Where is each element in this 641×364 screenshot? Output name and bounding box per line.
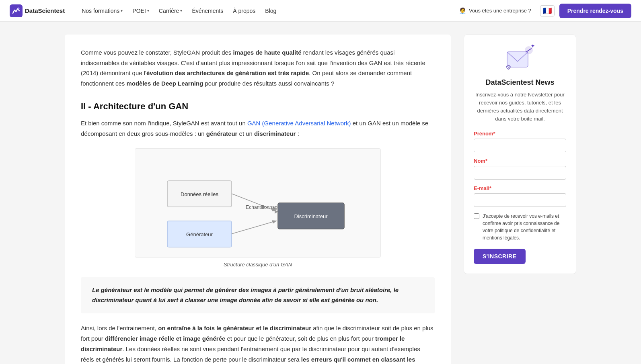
gan-diagram-svg: Données réelles Générateur Echantillonna… — [151, 157, 364, 249]
consent-checkbox[interactable] — [474, 213, 479, 219]
gan-link[interactable]: GAN (Generative Adversarial Network) — [247, 120, 351, 127]
section-intro: Et bien comme son nom l'indique, StyleGA… — [81, 118, 435, 139]
email-required: * — [489, 185, 491, 191]
email-input[interactable] — [474, 193, 566, 207]
quote-text: Le générateur est le modèle qui permet d… — [92, 285, 423, 305]
donnees-label: Données réelles — [181, 191, 218, 197]
main-nav: Nos formations ▾ POEI ▾ Carrière ▾ Événe… — [78, 5, 455, 16]
prendre-rendez-vous-button[interactable]: Prendre rendez-vous — [559, 4, 631, 18]
newsletter-icon-wrap: ✦ ⚙ — [474, 45, 566, 73]
language-flag-button[interactable]: 🇫🇷 — [540, 5, 555, 16]
nav-carriere[interactable]: Carrière ▾ — [155, 5, 187, 16]
nom-input[interactable] — [474, 166, 566, 180]
body-paragraph: Ainsi, lors de l'entrainement, on entraî… — [81, 323, 435, 364]
prenom-input[interactable] — [474, 139, 566, 152]
svg-line-5 — [232, 221, 276, 234]
page-layout: Comme vous pouvez le constater, StyleGAN… — [55, 22, 586, 364]
newsletter-description: Inscrivez-vous à notre Newsletter pour r… — [474, 91, 566, 123]
nom-required: * — [485, 158, 487, 164]
discriminateur-label: Discriminateur — [294, 213, 328, 219]
newsletter-title: DataScientest News — [474, 78, 566, 87]
logo[interactable]: DataScientest — [10, 4, 65, 17]
subscribe-button[interactable]: S'INSCRIRE — [474, 249, 526, 264]
diagram-caption: Structure classique d'un GAN — [224, 262, 292, 268]
echantillonnage-label: Echantillonnage — [246, 204, 280, 210]
sidebar: ✦ ⚙ DataScientest News Inscrivez-vous à … — [464, 35, 576, 274]
svg-point-1 — [18, 7, 20, 9]
svg-text:✦: ✦ — [530, 45, 535, 49]
nom-label: Nom* — [474, 158, 566, 164]
enterprise-button[interactable]: 🧑‍💼 Vous êtes une entreprise ? — [455, 5, 535, 17]
newsletter-card: ✦ ⚙ DataScientest News Inscrivez-vous à … — [464, 35, 576, 274]
section-heading: II - Architecture d'un GAN — [81, 101, 435, 112]
flag-icon: 🇫🇷 — [543, 6, 552, 15]
diagram-svg-wrap: Données réelles Générateur Echantillonna… — [135, 148, 381, 258]
intro-paragraph: Comme vous pouvez le constater, StyleGAN… — [81, 47, 435, 88]
consent-row: J'accepte de recevoir vos e-mails et con… — [474, 213, 566, 241]
newsletter-icon: ✦ ⚙ — [504, 45, 536, 73]
prenom-field: Prénom* — [474, 131, 566, 152]
chevron-down-icon: ▾ — [180, 8, 182, 13]
email-field: E-mail* — [474, 185, 566, 207]
nav-poei[interactable]: POEI ▾ — [128, 5, 153, 16]
quote-block: Le générateur est le modèle qui permet d… — [81, 277, 435, 313]
nav-evenements[interactable]: Événements — [188, 5, 227, 16]
enterprise-icon: 🧑‍💼 — [459, 7, 466, 14]
nav-a-propos[interactable]: À propos — [229, 5, 259, 16]
generateur-label: Générateur — [186, 231, 213, 237]
nom-field: Nom* — [474, 158, 566, 180]
logo-text: DataScientest — [25, 7, 65, 14]
chevron-down-icon: ▾ — [121, 8, 123, 13]
header-right: 🧑‍💼 Vous êtes une entreprise ? 🇫🇷 Prendr… — [455, 4, 631, 18]
svg-text:⚙: ⚙ — [505, 64, 511, 71]
logo-icon — [10, 4, 23, 17]
email-label: E-mail* — [474, 185, 566, 191]
header: DataScientest Nos formations ▾ POEI ▾ Ca… — [0, 0, 641, 22]
chevron-down-icon: ▾ — [147, 8, 149, 13]
nav-nos-formations[interactable]: Nos formations ▾ — [78, 5, 127, 16]
prenom-required: * — [493, 131, 495, 137]
svg-marker-6 — [275, 210, 278, 214]
gan-diagram-container: Données réelles Générateur Echantillonna… — [81, 148, 435, 268]
main-content: Comme vous pouvez le constater, StyleGAN… — [65, 35, 451, 364]
prenom-label: Prénom* — [474, 131, 566, 137]
nav-blog[interactable]: Blog — [261, 5, 280, 16]
consent-label: J'accepte de recevoir vos e-mails et con… — [483, 213, 566, 241]
